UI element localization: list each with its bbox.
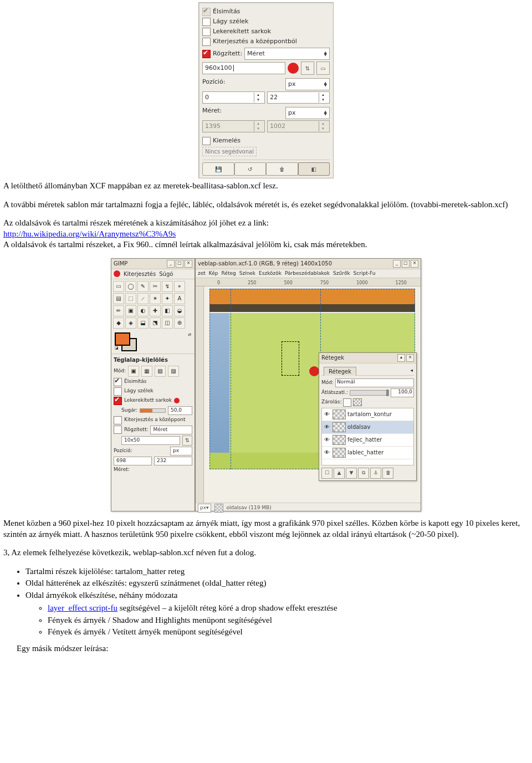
tool-button-8[interactable]: ⟋ [137, 293, 149, 304]
tool-button-21[interactable]: ⬔ [150, 318, 161, 329]
position-unit-select[interactable]: px ▲▼ [285, 78, 330, 90]
tool-button-18[interactable]: ◆ [113, 318, 124, 329]
tool-button-1[interactable]: ◯ [125, 281, 136, 292]
fixed-select[interactable]: Méret ▲▼ [244, 48, 330, 60]
radius-input[interactable]: 50,0 [168, 406, 192, 415]
delete-layer-button[interactable]: 🗑 [382, 468, 393, 479]
canvas-maximize-icon[interactable]: □ [402, 260, 410, 268]
layers-shade-icon[interactable]: ▴ [397, 354, 405, 362]
canvas-menu-0[interactable]: zet [198, 270, 206, 277]
tool-button-10[interactable]: ✦ [162, 293, 173, 304]
tool-button-2[interactable]: ✎ [137, 281, 149, 292]
eye-icon[interactable]: 👁 [323, 449, 331, 457]
size-unit-select[interactable]: px ▲▼ [285, 107, 330, 119]
eye-icon[interactable]: 👁 [323, 436, 331, 444]
minimize-icon[interactable]: _ [167, 260, 175, 268]
layer-mode-select[interactable]: Normál [335, 378, 414, 387]
expand-center-checkbox[interactable] [202, 38, 211, 46]
status-unit[interactable]: px ▾ [198, 504, 211, 513]
layers-close-icon[interactable]: × [406, 354, 414, 362]
layers-menu-icon[interactable]: ◂ [410, 367, 413, 374]
opts-fixed-input[interactable]: 10x50 [121, 436, 180, 445]
canvas-menu-4[interactable]: Eszközök [259, 270, 282, 277]
layer-row[interactable]: 👁fejlec_hatter [322, 434, 413, 447]
wikipedia-link[interactable]: http://hu.wikipedia.org/wiki/Aranymetsz%… [3, 229, 176, 238]
tool-button-23[interactable]: ⊕ [174, 318, 185, 329]
tool-button-15[interactable]: ✚ [150, 305, 161, 316]
position-y-input[interactable]: 22 ▴▾ [267, 91, 330, 104]
tool-button-7[interactable]: ⬚ [125, 293, 136, 304]
swap-colors-icon[interactable]: ⇄ [188, 332, 191, 337]
opts-pos-x[interactable]: 698 [114, 457, 152, 465]
close-icon[interactable]: × [185, 260, 192, 268]
soft-edges-checkbox[interactable] [202, 18, 211, 26]
tool-button-3[interactable]: ✂ [150, 281, 161, 292]
tool-button-17[interactable]: ◒ [174, 305, 185, 316]
fg-color-swatch[interactable] [115, 332, 130, 346]
tool-button-11[interactable]: A [174, 293, 185, 304]
opts-rounded-checkbox[interactable] [114, 397, 122, 405]
lower-layer-button[interactable]: ▼ [346, 468, 357, 479]
raise-layer-button[interactable]: ▲ [334, 468, 345, 479]
opts-pos-y[interactable]: 232 [154, 457, 192, 465]
fixed-checkbox[interactable] [202, 50, 211, 58]
lock-alpha-checkbox[interactable] [343, 398, 351, 407]
delete-icon[interactable]: 🗑 [266, 162, 298, 176]
layer-row[interactable]: 👁lablec_hatter [322, 447, 413, 459]
layer-effect-link[interactable]: layer_effect script-fu [48, 603, 117, 612]
menu-help[interactable]: Súgó [159, 270, 173, 278]
tool-button-13[interactable]: ▣ [125, 305, 136, 316]
opts-antialias-checkbox[interactable] [114, 378, 122, 386]
radius-slider[interactable] [140, 408, 166, 413]
tool-button-20[interactable]: ⬓ [137, 318, 149, 329]
antialias-checkbox[interactable] [202, 8, 211, 16]
canvas-menu-5[interactable]: Párbeszédablakok [285, 270, 330, 277]
anchor-layer-button[interactable]: ⚓ [370, 468, 381, 479]
revert-icon[interactable]: ↺ [234, 162, 267, 176]
tool-button-14[interactable]: ◐ [137, 305, 149, 316]
swap-orientation-button[interactable]: ⇅ [301, 62, 314, 75]
eye-icon[interactable]: 👁 [323, 411, 331, 418]
opts-pos-unit[interactable]: px [170, 447, 192, 455]
canvas-minimize-icon[interactable]: _ [393, 260, 401, 268]
tool-button-12[interactable]: ✏ [113, 305, 124, 316]
duplicate-layer-button[interactable]: ⧉ [358, 468, 369, 479]
tool-button-22[interactable]: ◫ [162, 318, 173, 329]
fixed-value-input[interactable]: 960x100 [202, 62, 285, 74]
mode-replace-icon[interactable]: ▣ [128, 366, 139, 377]
tool-button-0[interactable]: ▭ [113, 281, 124, 292]
canvas-menu-2[interactable]: Réteg [222, 270, 236, 277]
layers-tab[interactable]: Rétegek [324, 367, 356, 376]
opts-fixed-checkbox[interactable] [114, 426, 122, 434]
opts-fixed-select[interactable]: Méret [150, 426, 192, 434]
canvas-close-icon[interactable]: × [411, 260, 418, 268]
tool-button-4[interactable]: ↯ [162, 281, 173, 292]
tool-button-5[interactable]: ⌖ [174, 281, 185, 292]
canvas-menu-6[interactable]: Szűrők [333, 270, 350, 277]
default-colors-icon[interactable]: ◪ [115, 346, 119, 351]
layer-row[interactable]: 👁tartalom_kontur [322, 408, 413, 421]
landscape-button[interactable]: ▭ [316, 62, 330, 75]
reset-icon[interactable]: ◧ [298, 162, 330, 176]
mode-int-icon[interactable]: ▨ [168, 366, 179, 377]
new-layer-button[interactable]: ☐ [321, 468, 332, 479]
opacity-slider[interactable] [350, 390, 389, 396]
tool-button-6[interactable]: ▤ [113, 293, 124, 304]
opts-swap-icon[interactable]: ⇅ [182, 436, 192, 445]
opacity-value-input[interactable]: 100,0 [391, 388, 414, 397]
save-icon[interactable]: 💾 [202, 162, 234, 176]
menu-ext[interactable]: Kiterjesztés [124, 270, 156, 278]
layer-row[interactable]: 👁oldalsav [322, 421, 413, 434]
tool-button-19[interactable]: ◈ [125, 318, 136, 329]
color-swatches[interactable]: ⇄ ◪ [115, 332, 191, 351]
opts-expand-checkbox[interactable] [114, 416, 122, 424]
eye-icon[interactable]: 👁 [323, 423, 331, 431]
tool-button-16[interactable]: ◧ [162, 305, 173, 316]
opts-soft-checkbox[interactable] [114, 387, 122, 396]
rounded-corners-checkbox[interactable] [202, 28, 211, 36]
canvas-menu-7[interactable]: Script-Fu [354, 270, 376, 277]
canvas-menu-1[interactable]: Kép [209, 270, 218, 277]
canvas-menu-3[interactable]: Színek [239, 270, 255, 277]
maximize-icon[interactable]: □ [176, 260, 183, 268]
mode-add-icon[interactable]: ▦ [141, 366, 152, 377]
